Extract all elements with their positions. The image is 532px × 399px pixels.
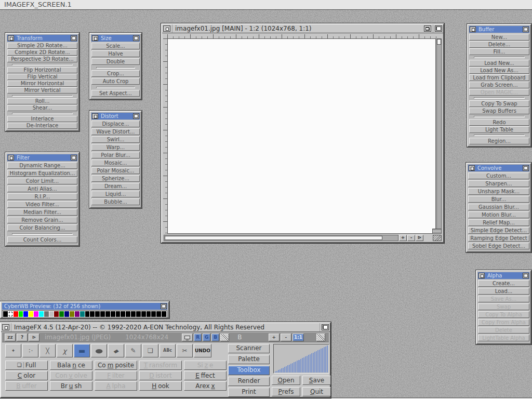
zoom-out-button[interactable]: - bbox=[281, 334, 291, 341]
color-swatch[interactable] bbox=[116, 311, 121, 317]
load-new-as-button[interactable]: Load New As... bbox=[469, 67, 529, 74]
simple-2d-rotate-button[interactable]: Simple 2D Rotate... bbox=[7, 43, 77, 49]
color-swatch[interactable] bbox=[23, 311, 28, 317]
tab-scanner[interactable]: Scanner bbox=[228, 344, 270, 353]
mosaic-button[interactable]: Mosaic... bbox=[91, 159, 140, 166]
color-balancing-button[interactable]: Color Balancing... bbox=[7, 224, 77, 231]
redo-button[interactable]: Redo bbox=[469, 119, 529, 126]
color-swatch[interactable] bbox=[126, 311, 130, 317]
pan-arrow-button[interactable]: ⊳ bbox=[416, 235, 423, 241]
close-icon[interactable] bbox=[470, 26, 476, 32]
gaussian-blur-button[interactable]: Gaussian Blur... bbox=[468, 204, 529, 210]
double-button[interactable]: Double bbox=[91, 58, 140, 65]
color-swatch[interactable] bbox=[70, 311, 74, 317]
rip-button[interactable]: R.I.P... bbox=[7, 193, 77, 200]
depth-icon[interactable] bbox=[523, 273, 529, 278]
custom-button[interactable]: Custom... bbox=[468, 172, 529, 179]
zoom-out-button[interactable]: - bbox=[407, 235, 415, 241]
tab-render[interactable]: Render bbox=[228, 377, 270, 386]
swap-buffers-button[interactable]: Swap Buffers bbox=[469, 108, 529, 114]
alpha-panel-titlebar[interactable]: Alpha bbox=[478, 272, 529, 279]
color-swatch[interactable] bbox=[29, 311, 33, 317]
histogram-equalization-button[interactable]: Histogram Equalization... bbox=[7, 170, 77, 177]
grab-screen-button[interactable]: Grab Screen... bbox=[469, 82, 529, 88]
flip-horizontal-button[interactable]: Flip Horizontal bbox=[7, 67, 77, 73]
median-filter-button[interactable]: Median Filter... bbox=[7, 209, 77, 216]
delete-button[interactable]: Delete... bbox=[469, 41, 529, 48]
transform-panel-titlebar[interactable]: Transform bbox=[7, 35, 77, 42]
color-swatch[interactable] bbox=[105, 311, 110, 317]
image-window-titlebar[interactable]: imagefx01.jpg [MAIN] - 1:2 (1024x768, 1:… bbox=[162, 24, 443, 33]
ramping-edge-detect-button[interactable]: Ramping Edge Detect bbox=[468, 235, 529, 242]
mirror-vertical-button[interactable]: Mirror Vertical bbox=[7, 87, 77, 94]
airbrush-tool[interactable]: ∴ bbox=[22, 344, 38, 357]
halve-button[interactable]: Halve bbox=[91, 50, 140, 57]
color-swatch[interactable] bbox=[80, 311, 85, 317]
mirror-horizontal-button[interactable]: Mirror Horizontal bbox=[7, 81, 77, 87]
color-swatch[interactable] bbox=[111, 311, 115, 317]
dot-tool[interactable]: ✦ bbox=[5, 344, 21, 357]
wave-distort-button[interactable]: Wave Distort... bbox=[91, 128, 140, 135]
horizontal-scrollbar[interactable] bbox=[164, 235, 398, 241]
screen-titlebar[interactable]: IMAGEFX_SCREEN.1 bbox=[0, 0, 532, 10]
relief-map-button[interactable]: Relief Map... bbox=[468, 219, 529, 226]
liquid-button[interactable]: Liquid... bbox=[91, 191, 140, 197]
video-filter-button[interactable]: Video Filter... bbox=[7, 201, 77, 208]
stamp-tool[interactable]: ❏ bbox=[142, 344, 158, 357]
freehand-tool[interactable]: ✎ bbox=[125, 344, 141, 357]
color-swatch[interactable] bbox=[162, 311, 166, 317]
image-canvas[interactable] bbox=[167, 38, 436, 234]
composite-button[interactable]: Composite bbox=[95, 361, 137, 370]
pattern-button[interactable] bbox=[316, 334, 325, 341]
prefs-button[interactable]: Prefs bbox=[272, 387, 300, 396]
red-channel-button[interactable]: R bbox=[194, 334, 202, 341]
color-swatch[interactable] bbox=[64, 311, 69, 317]
load-button[interactable]: Load... bbox=[478, 288, 529, 295]
effect-button[interactable]: Effect bbox=[184, 371, 227, 380]
help-button[interactable]: ? bbox=[17, 334, 28, 341]
depth-icon[interactable] bbox=[322, 324, 329, 330]
depth-icon[interactable] bbox=[523, 165, 529, 171]
convolve-panel-titlebar[interactable]: Convolve bbox=[468, 165, 529, 171]
spherize-button[interactable]: Spherize... bbox=[91, 175, 140, 182]
complex-2d-rotate-button[interactable]: Complex 2D Rotate... bbox=[7, 49, 77, 56]
depth-icon[interactable] bbox=[523, 26, 529, 32]
light-table-button[interactable]: Light Table bbox=[469, 126, 529, 133]
curve-tool[interactable]: χ bbox=[57, 344, 73, 357]
color-swatch[interactable] bbox=[59, 311, 64, 317]
full-button[interactable]: ❏Full bbox=[5, 361, 48, 370]
close-icon[interactable] bbox=[92, 113, 98, 119]
color-swatch[interactable] bbox=[141, 311, 146, 317]
horizontal-scroll-thumb[interactable] bbox=[165, 236, 382, 240]
color-swatch[interactable] bbox=[19, 311, 23, 317]
palette-window-titlebar[interactable]: CyberWB Preview: (32 of 256 shown) bbox=[2, 303, 167, 310]
roll-button[interactable]: Roll... bbox=[7, 98, 77, 104]
fill-button[interactable]: Fill... bbox=[469, 48, 529, 55]
auto-crop-button[interactable]: Auto Crop bbox=[91, 78, 140, 85]
close-icon[interactable] bbox=[8, 35, 14, 41]
sobel-edge-detect-button[interactable]: Sobel Edge Detect... bbox=[468, 243, 529, 249]
simple-edge-detect-button[interactable]: Simple Edge Detect... bbox=[468, 227, 529, 234]
copy-to-swap-button[interactable]: Copy To Swap bbox=[469, 100, 529, 107]
warp-button[interactable]: Warp... bbox=[91, 144, 140, 151]
create-button[interactable]: Create... bbox=[478, 280, 529, 287]
vertical-scrollbar[interactable] bbox=[436, 38, 442, 234]
color-swatch[interactable] bbox=[121, 311, 125, 317]
blur-button[interactable]: Blur... bbox=[468, 196, 529, 203]
color-swatch[interactable] bbox=[49, 311, 54, 317]
filter-panel-titlebar[interactable]: Filter bbox=[7, 154, 77, 161]
tab-toolbox[interactable]: Toolbox bbox=[228, 366, 270, 375]
resize-corner-icon[interactable] bbox=[433, 235, 442, 241]
region-button[interactable]: Region... bbox=[469, 138, 529, 144]
tab-palette[interactable]: Palette bbox=[228, 355, 270, 364]
box-tool[interactable]: ▬ bbox=[74, 344, 90, 357]
color-swatch[interactable] bbox=[95, 311, 100, 317]
color-swatch[interactable] bbox=[14, 311, 18, 317]
depth-icon[interactable] bbox=[71, 35, 77, 41]
color-swatch[interactable] bbox=[44, 311, 49, 317]
quit-button[interactable]: Quit bbox=[302, 387, 331, 396]
color-button[interactable]: Color bbox=[5, 371, 48, 380]
motion-blur-button[interactable]: Motion Blur... bbox=[468, 211, 529, 218]
text-tool[interactable]: ABc bbox=[159, 344, 176, 357]
color-swatch[interactable] bbox=[8, 311, 13, 317]
